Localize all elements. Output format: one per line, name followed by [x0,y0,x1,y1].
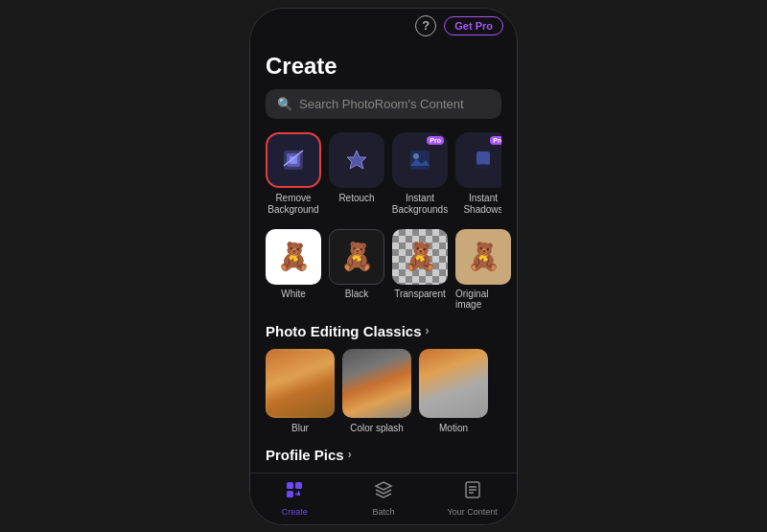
bg-options-row: 🧸 White 🧸 Black 🧸 Transparent [266,229,501,310]
svg-rect-5 [410,150,430,170]
page-title: Create [266,53,501,80]
nav-icon-create [285,480,304,504]
tool-item-retouch[interactable]: Retouch [329,132,384,216]
bg-option-black[interactable]: 🧸 Black [329,229,384,310]
tool-item-instant-bg[interactable]: Pro InstantBackgrounds [392,132,448,216]
bg-label-white: White [281,289,306,299]
phone-frame: ? Get Pro Create 🔍 Search PhotoRoom's Co… [249,8,518,525]
bg-label-original: Original image [455,289,511,310]
photo-thumb-motion [419,349,488,418]
bg-thumb-original: 🧸 [455,229,511,285]
nav-item-create[interactable]: Create [250,480,339,517]
tool-icon-retouch [329,132,384,188]
photo-edit-motion[interactable]: Motion [419,349,488,433]
photo-thumb-blur [266,349,335,418]
tool-label-instant-shadows: Instant Shadows [455,193,501,216]
photo-edit-blur[interactable]: Blur [266,349,335,433]
bg-thumb-transparent: 🧸 [392,229,448,285]
nav-item-your-content[interactable]: Your Content [428,480,517,517]
svg-point-6 [413,153,419,159]
status-bar: ? Get Pro [250,9,517,43]
bg-label-transparent: Transparent [394,289,446,299]
svg-rect-7 [476,151,490,165]
svg-marker-4 [347,150,366,169]
nav-label-your-content: Your Content [448,507,498,517]
bg-thumb-black: 🧸 [329,229,384,285]
bottom-nav: Create Batch Your [250,473,517,524]
help-icon[interactable]: ? [415,15,436,36]
bg-label-black: Black [345,289,368,299]
nav-label-batch: Batch [373,507,395,517]
tool-label-instant-bg: InstantBackgrounds [392,193,448,216]
scroll-content[interactable]: Create 🔍 Search PhotoRoom's Content [250,43,517,473]
photo-label-motion: Motion [439,423,468,433]
get-pro-button[interactable]: Get Pro [444,16,503,35]
nav-item-batch[interactable]: Batch [339,480,429,517]
photo-edit-color-splash[interactable]: Color splash [342,349,411,433]
photo-label-blur: Blur [291,423,309,433]
search-bar[interactable]: 🔍 Search PhotoRoom's Content [266,89,501,119]
search-placeholder: Search PhotoRoom's Content [299,97,464,111]
profile-pics-section-title[interactable]: Profile Pics › [266,447,501,463]
nav-icon-batch [374,480,393,504]
svg-rect-10 [295,482,302,489]
tool-icon-remove-bg [266,132,321,188]
nav-icon-your-content [463,480,482,504]
photo-editing-section-title[interactable]: Photo Editing Classics › [266,323,501,339]
tool-item-remove-bg[interactable]: RemoveBackground [266,132,321,216]
svg-rect-12 [297,493,300,496]
tool-icon-instant-shadows: Pro [455,132,501,188]
bg-option-original[interactable]: 🧸 Original image [455,229,511,310]
svg-rect-9 [287,482,293,489]
photo-editing-row: Blur Color splash Motion [266,349,501,433]
search-icon: 🔍 [277,97,292,111]
content-area: Create 🔍 Search PhotoRoom's Content [250,43,517,473]
nav-label-create: Create [282,507,308,517]
tool-item-instant-shadows[interactable]: Pro Instant Shadows [455,132,501,216]
tool-icon-instant-bg: Pro [392,132,448,188]
profile-chevron-right-icon: › [348,448,352,461]
svg-point-8 [475,164,492,170]
photo-label-color-splash: Color splash [350,423,404,433]
tool-label-remove-bg: RemoveBackground [267,193,318,216]
tools-row: RemoveBackground Retouch Pro [266,132,501,216]
pro-badge-shadows: Pro [490,136,501,145]
svg-rect-11 [287,491,293,497]
photo-thumb-color-splash [342,349,411,418]
bg-thumb-white: 🧸 [266,229,321,285]
pro-badge-instant-bg: Pro [427,136,444,145]
tool-label-retouch: Retouch [338,193,374,204]
bg-option-white[interactable]: 🧸 White [266,229,321,310]
chevron-right-icon: › [426,324,430,337]
bg-option-transparent[interactable]: 🧸 Transparent [392,229,448,310]
